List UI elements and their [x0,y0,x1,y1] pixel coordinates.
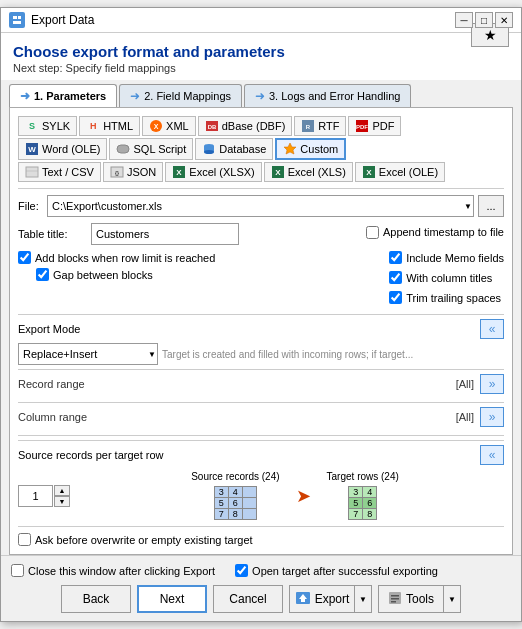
spinner-down-button[interactable]: ▼ [54,496,70,507]
export-dropdown-button[interactable]: ▼ [354,585,372,613]
format-excel-xlsx-button[interactable]: X Excel (XLSX) [165,162,261,182]
footer-section: Close this window after clicking Export … [1,555,521,621]
export-mode-select[interactable]: Replace+Insert Insert Update Replace [18,343,158,365]
close-window-check[interactable]: Close this window after clicking Export [11,564,215,577]
source-grid: 34 56 78 [214,486,257,520]
format-json-button[interactable]: {} JSON [103,162,163,182]
close-window-checkbox[interactable] [11,564,24,577]
spinner-up-button[interactable]: ▲ [54,485,70,496]
export-label: Export [315,592,350,606]
file-path-select[interactable]: C:\Export\customer.xls [47,195,474,217]
tab-parameters[interactable]: ➜ 1. Parameters [9,84,117,107]
tab-field-mappings[interactable]: ➜ 2. Field Mappings [119,84,242,107]
trim-trailing-check[interactable]: Trim trailing spaces [389,291,504,304]
svg-rect-0 [11,14,23,26]
file-label: File: [18,200,43,212]
next-button[interactable]: Next [137,585,207,613]
close-window-label: Close this window after clicking Export [28,565,215,577]
source-records-section-label: Source records per target row [18,449,164,461]
record-range-nav-button[interactable]: » [480,374,504,394]
target-rows-visual: Target rows (24) 34 56 78 [327,471,399,520]
gap-between-check[interactable]: Gap between blocks [36,268,373,281]
file-browse-button[interactable]: ... [478,195,504,217]
trim-trailing-checkbox[interactable] [389,291,402,304]
overwrite-checkbox[interactable] [18,533,31,546]
format-sql-button[interactable]: SQL Script [109,138,193,160]
next-label: Next [160,592,185,606]
add-blocks-check[interactable]: Add blocks when row limit is reached [18,251,373,264]
format-row-1: S SYLK H HTML X XML DB dBase (DBF) [18,116,504,136]
format-database-button[interactable]: Database [195,138,273,160]
minimize-button[interactable]: ─ [455,12,473,28]
include-memo-check[interactable]: Include Memo fields [389,251,504,264]
excel-ole-icon: X [362,165,376,179]
tools-icon [388,591,402,608]
source-records-visual: Source records (24) 34 56 78 [191,471,279,520]
file-row: File: C:\Export\customer.xls ▼ ... [18,195,504,217]
sylk-icon: S [25,119,39,133]
open-target-checkbox[interactable] [235,564,248,577]
tools-dropdown-button[interactable]: ▼ [443,585,461,613]
format-custom-button[interactable]: Custom [275,138,346,160]
include-memo-checkbox[interactable] [389,251,402,264]
source-records-spinner[interactable] [18,485,53,507]
format-xml-button[interactable]: X XML [142,116,196,136]
format-sylk-button[interactable]: S SYLK [18,116,77,136]
format-rtf-button[interactable]: R RTF [294,116,346,136]
table-title-row: Table title: Append timestamp to file [18,223,504,245]
cancel-button[interactable]: Cancel [213,585,283,613]
with-column-titles-check[interactable]: With column titles [389,271,504,284]
format-pdf-button[interactable]: PDF PDF [348,116,401,136]
title-bar-controls: ─ □ ✕ [455,12,513,28]
source-records-label: Source records (24) [191,471,279,482]
export-mode-nav-button[interactable]: « [480,319,504,339]
open-target-label: Open target after successful exporting [252,565,438,577]
svg-text:{}: {} [115,170,119,176]
close-button[interactable]: ✕ [495,12,513,28]
record-range-value: [All] [456,378,474,390]
excel-xls-icon: X [271,165,285,179]
svg-text:R: R [306,124,311,130]
format-divider [18,188,504,189]
export-mode-section: Export Mode « Replace+Insert Insert Upda… [18,314,504,365]
custom-icon [283,142,297,156]
html-icon: H [86,119,100,133]
text-csv-icon [25,165,39,179]
column-range-nav-button[interactable]: » [480,407,504,427]
svg-rect-3 [13,21,21,24]
file-path-wrapper: C:\Export\customer.xls ▼ [47,195,474,217]
with-column-titles-checkbox[interactable] [389,271,402,284]
maximize-button[interactable]: □ [475,12,493,28]
tab-logs[interactable]: ➜ 3. Logs and Error Handling [244,84,411,107]
append-timestamp-check[interactable]: Append timestamp to file [366,226,504,239]
export-mode-description: Target is created and filled with incomi… [162,349,504,360]
open-target-check[interactable]: Open target after successful exporting [235,564,438,577]
export-button[interactable]: Export [289,585,354,613]
tools-label: Tools [406,592,434,606]
export-mode-label: Export Mode [18,323,80,335]
format-text-csv-button[interactable]: Text / CSV [18,162,101,182]
pdf-icon: PDF [355,119,369,133]
format-html-button[interactable]: H HTML [79,116,140,136]
footer-buttons: Back Next Cancel Export ▼ [11,585,511,613]
table-title-input[interactable] [91,223,239,245]
source-target-nav-button[interactable]: « [480,445,504,465]
back-button[interactable]: Back [61,585,131,613]
format-excel-ole-button[interactable]: X Excel (OLE) [355,162,445,182]
tab-parameters-label: 1. Parameters [34,90,106,102]
gap-between-checkbox[interactable] [36,268,49,281]
tools-button[interactable]: Tools [378,585,443,613]
add-blocks-checkbox[interactable] [18,251,31,264]
export-split-button: Export ▼ [289,585,372,613]
svg-rect-18 [26,167,38,177]
overwrite-check-label[interactable]: Ask before overwrite or empty existing t… [18,533,253,546]
svg-rect-31 [391,595,399,597]
append-timestamp-checkbox[interactable] [366,226,379,239]
format-dbase-button[interactable]: DB dBase (DBF) [198,116,293,136]
format-excel-xls-button[interactable]: X Excel (XLS) [264,162,353,182]
back-label: Back [83,592,110,606]
record-range-label: Record range [18,378,85,390]
header-subtitle: Next step: Specify field mappings [13,62,509,74]
svg-text:X: X [366,168,372,177]
format-word-button[interactable]: W Word (OLE) [18,138,107,160]
